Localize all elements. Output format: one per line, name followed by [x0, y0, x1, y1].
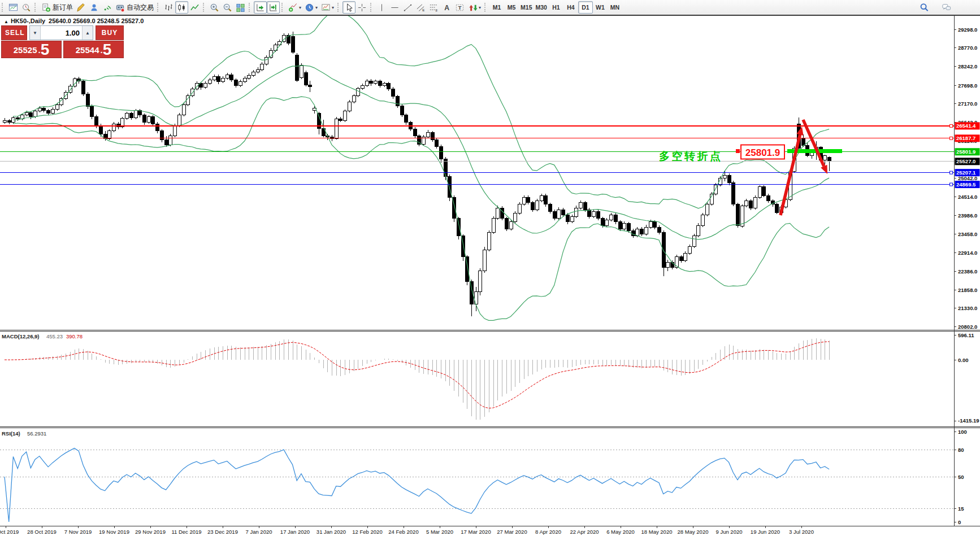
candle-body	[108, 131, 111, 139]
candle-body	[448, 176, 452, 197]
candle-body	[823, 155, 827, 160]
zoom-out-button[interactable]	[221, 1, 234, 14]
mt4-window: 29298.028770.028242.027698.027170.026642…	[0, 0, 980, 536]
chart-window-button[interactable]	[7, 1, 20, 14]
candle-body	[553, 211, 557, 218]
crosshair-icon	[357, 3, 367, 12]
candle-body	[658, 227, 661, 232]
crosshair-button[interactable]	[355, 1, 368, 14]
line-chart-button[interactable]	[188, 1, 201, 14]
button-label: H4	[567, 4, 574, 11]
candle-body	[680, 257, 683, 260]
channel-button[interactable]: E	[414, 1, 427, 14]
dropdown-caret-icon[interactable]: ▾	[479, 5, 481, 10]
macd-value-signal: 390.78	[66, 333, 83, 339]
timeframe-H4-button[interactable]: H4	[563, 1, 578, 14]
timeframe-MN-button[interactable]: MN	[608, 1, 622, 14]
new-order-button[interactable]: 新订单	[40, 1, 75, 14]
line-handle[interactable]	[950, 171, 953, 174]
bars-button[interactable]	[162, 1, 175, 14]
button-label: 自动交易	[127, 3, 154, 12]
trendline-button[interactable]	[401, 1, 414, 14]
timeframe-H1-button[interactable]: H1	[549, 1, 563, 14]
candle-body	[435, 140, 439, 146]
periods-icon	[305, 3, 314, 12]
chart-plot-area[interactable]	[0, 16, 954, 526]
candle-body	[235, 80, 238, 85]
fibo-button[interactable]: F	[427, 1, 440, 14]
periods-button[interactable]: ▾	[303, 1, 319, 14]
buy-price[interactable]: 25544.5	[63, 41, 124, 58]
rsi-axis-label: 15	[958, 506, 964, 512]
candle-body	[610, 215, 613, 220]
autotrade-button[interactable]: 自动交易	[114, 1, 155, 14]
fibo-icon: F	[429, 3, 439, 12]
signal-button[interactable]	[101, 1, 114, 14]
label-t-icon: T	[455, 3, 465, 12]
sell-price[interactable]: 25525.5	[1, 41, 62, 58]
collapse-icon[interactable]: ▲	[4, 19, 8, 24]
timeframe-M5-button[interactable]: M5	[504, 1, 519, 14]
sell-button[interactable]: SELL	[1, 25, 27, 40]
date-axis-label: 29 Nov 2019	[135, 529, 166, 535]
candle-body	[536, 201, 539, 210]
label-t-button[interactable]: T	[453, 1, 466, 14]
price-label-text: 25527.0	[956, 158, 975, 164]
timeframe-M30-button[interactable]: M30	[534, 1, 549, 14]
dropdown-caret-icon[interactable]: ▾	[332, 5, 334, 10]
macd-axis-label: -1415.19	[958, 417, 979, 424]
indicators-icon	[288, 3, 298, 12]
candle-body	[627, 224, 631, 230]
line-handle[interactable]	[950, 137, 953, 140]
chat-button[interactable]	[940, 1, 953, 14]
hline-button[interactable]	[388, 1, 401, 14]
candles-button[interactable]	[175, 1, 188, 14]
brush-button[interactable]	[75, 1, 88, 14]
timeframe-D1-button[interactable]: D1	[578, 1, 593, 14]
candle-body	[732, 182, 735, 204]
profile-button[interactable]	[88, 1, 101, 14]
cursor-button[interactable]	[342, 1, 355, 14]
candle-body	[213, 77, 216, 80]
candle-body	[653, 222, 657, 227]
date-axis-label: 28 Oct 2019	[27, 529, 57, 535]
chart-shift-button[interactable]	[267, 1, 280, 14]
button-label: M5	[508, 4, 516, 11]
line-handle[interactable]	[950, 183, 953, 186]
search-button[interactable]	[918, 1, 931, 14]
pivot-label-anchor[interactable]	[736, 149, 740, 153]
timeframe-W1-button[interactable]: W1	[593, 1, 608, 14]
zoom-in-button[interactable]	[208, 1, 221, 14]
button-label: M1	[493, 4, 501, 11]
auto-scroll-button[interactable]	[254, 1, 267, 14]
price-axis-label: 23986.0	[958, 212, 977, 219]
pivot-annotation-text[interactable]: 多空转折点	[659, 150, 723, 162]
candle-body	[121, 119, 124, 127]
date-axis-label: 28 May 2020	[678, 529, 709, 535]
toolbar-grip	[484, 3, 487, 12]
dropdown-caret-icon[interactable]: ▾	[315, 5, 318, 10]
candle-body	[151, 117, 155, 124]
timeframe-M1-button[interactable]: M1	[489, 1, 504, 14]
arrows-button[interactable]: ▾	[466, 1, 483, 14]
price-label-text: 26187.7	[956, 135, 975, 141]
buy-button[interactable]: BUY	[96, 25, 124, 40]
candle-body	[248, 76, 251, 79]
candle-body	[305, 72, 308, 85]
vline-button[interactable]	[375, 1, 388, 14]
volume-decrease-button[interactable]: ▼	[30, 26, 41, 40]
candle-body	[440, 147, 443, 159]
volume-increase-button[interactable]: ▲	[82, 26, 93, 40]
macd-indicator-label: MACD(12,26,9)	[2, 333, 40, 339]
templates-button[interactable]: ▾	[319, 1, 336, 14]
candle-body	[510, 222, 513, 229]
text-a-button[interactable]: A	[440, 1, 453, 14]
indicators-button[interactable]: ▾	[287, 1, 303, 14]
volume-input[interactable]	[41, 26, 82, 40]
dropdown-caret-icon[interactable]: ▾	[299, 5, 301, 10]
timeframe-M15-button[interactable]: M15	[519, 1, 534, 14]
rsi-axis-label: 100	[958, 429, 967, 435]
tick-chart-button[interactable]	[20, 1, 33, 14]
tile-windows-button[interactable]	[234, 1, 247, 14]
line-handle[interactable]	[950, 124, 953, 127]
